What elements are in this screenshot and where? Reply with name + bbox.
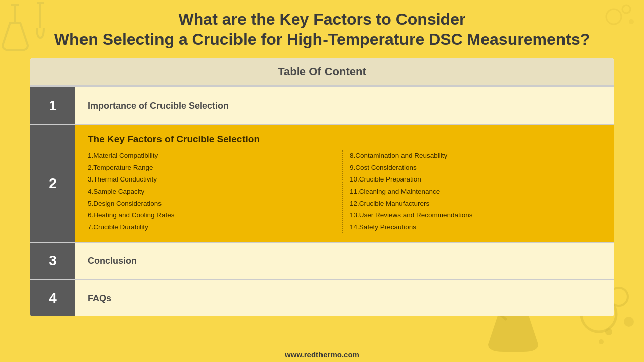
row-number-3: 3 [30,243,75,279]
item-14: 14.Safety Precautions [350,221,597,233]
item-1: 1.Material Compatibility [88,150,335,162]
item-5: 5.Design Considerations [88,198,335,210]
item-4: 4.Sample Capacity [88,186,335,198]
row-number-1: 1 [30,87,75,124]
row-2-col-right: 8.Contamination and Reusability 9.Cost C… [350,150,602,233]
header: What are the Key Factors to Consider Whe… [0,0,644,54]
toc-row-4: 4 FAQs [30,279,614,316]
item-9: 9.Cost Considerations [350,162,597,174]
row-1-label: Importance of Crucible Selection [88,101,229,111]
row-2-title: The Key Factors of Crucible Selection [88,134,260,145]
toc-table: Table Of Content 1 Importance of Crucibl… [30,58,614,316]
row-number-2: 2 [30,125,75,242]
row-3-label: Conclusion [88,256,137,266]
toc-row-2: 2 The Key Factors of Crucible Selection … [30,124,614,242]
title-line2: When Selecting a Crucible for High-Tempe… [30,29,614,49]
toc-row-3: 3 Conclusion [30,242,614,279]
main-title: What are the Key Factors to Consider Whe… [30,9,614,49]
item-13: 13.User Reviews and Recommendations [350,209,597,221]
svg-point-19 [599,339,604,344]
item-10: 10.Crucible Preparation [350,173,597,186]
item-7: 7.Crucible Durability [88,221,335,233]
row-number-4: 4 [30,280,75,316]
toc-row-1: 1 Importance of Crucible Selection [30,86,614,124]
item-6: 6.Heating and Cooling Rates [88,209,335,221]
svg-point-17 [624,317,634,327]
toc-title: Table Of Content [30,58,614,86]
row-2-lists: 1.Material Compatibility 2.Temperature R… [88,150,602,233]
footer-url: www.redthermo.com [285,350,359,359]
title-line1: What are the Key Factors to Consider [30,9,614,29]
item-12: 12.Crucible Manufacturers [350,198,597,210]
row-4-label: FAQs [88,293,111,304]
row-content-2: The Key Factors of Crucible Selection 1.… [75,125,614,242]
row-content-4: FAQs [75,280,614,316]
item-3: 3.Thermal Conductivity [88,173,335,186]
row-content-3: Conclusion [75,243,614,279]
row-2-col-left: 1.Material Compatibility 2.Temperature R… [88,150,343,233]
footer: www.redthermo.com [0,350,644,359]
item-8: 8.Contamination and Reusability [350,150,597,162]
item-2: 2.Temperature Range [88,162,335,174]
row-content-1: Importance of Crucible Selection [75,87,614,124]
item-11: 11.Cleaning and Maintenance [350,186,597,198]
svg-point-18 [605,328,612,335]
